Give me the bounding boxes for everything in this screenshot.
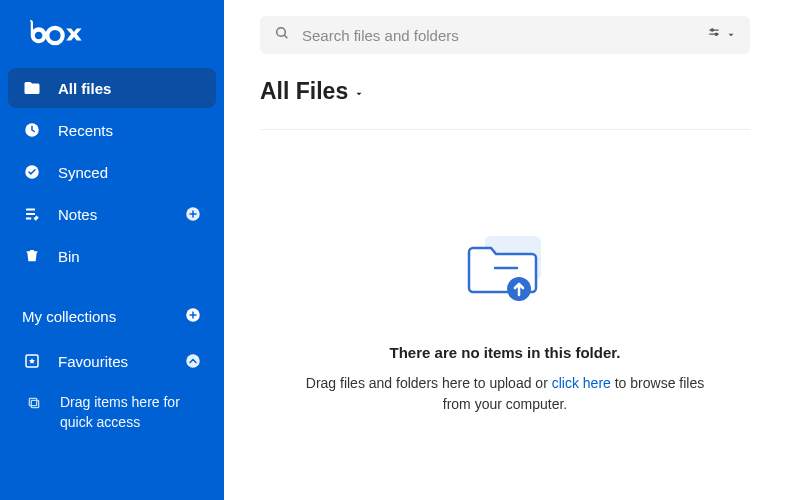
sidebar-item-recents[interactable]: Recents — [8, 110, 216, 150]
click-here-link[interactable]: click here — [552, 375, 611, 391]
sidebar-item-favourites[interactable]: Favourites — [8, 341, 216, 381]
svg-point-11 — [715, 33, 717, 35]
sliders-icon — [706, 26, 722, 44]
page-title[interactable]: All Files — [260, 78, 750, 129]
sidebar-item-label: Recents — [58, 122, 202, 139]
sidebar-item-synced[interactable]: Synced — [8, 152, 216, 192]
trash-icon — [22, 246, 42, 266]
main-content: All Files There are no items in this fol… — [224, 0, 786, 500]
notes-icon — [22, 204, 42, 224]
section-label: My collections — [22, 308, 184, 325]
chevron-down-icon — [726, 26, 736, 44]
empty-state: There are no items in this folder. Drag … — [260, 130, 750, 484]
page-title-text: All Files — [260, 78, 348, 105]
chevron-up-icon[interactable] — [184, 352, 202, 370]
svg-point-0 — [47, 28, 62, 43]
check-circle-icon — [22, 162, 42, 182]
sidebar-item-label: Favourites — [58, 353, 184, 370]
sidebar: All files Recents Synced Notes Bin My co… — [0, 0, 224, 500]
empty-subtext: Drag files and folders here to upload or… — [295, 373, 715, 415]
svg-point-10 — [711, 29, 713, 31]
folder-icon — [22, 78, 42, 98]
empty-pre-text: Drag files and folders here to upload or — [306, 375, 552, 391]
search-icon — [274, 25, 290, 45]
copy-icon — [26, 395, 44, 413]
plus-icon[interactable] — [184, 205, 202, 223]
sidebar-item-label: All files — [58, 80, 202, 97]
caret-down-icon — [354, 78, 364, 105]
my-collections-header[interactable]: My collections — [8, 296, 216, 337]
sidebar-item-label: Synced — [58, 164, 202, 181]
drag-hint-text: Drag items here for quick access — [60, 393, 202, 432]
empty-folder-upload-icon — [455, 230, 555, 314]
search-input[interactable] — [302, 27, 706, 44]
svg-point-6 — [186, 354, 200, 368]
svg-rect-8 — [29, 398, 36, 405]
sidebar-item-label: Notes — [58, 206, 184, 223]
svg-point-9 — [277, 28, 286, 37]
filter-button[interactable] — [706, 26, 736, 44]
sidebar-item-all-files[interactable]: All files — [8, 68, 216, 108]
search-bar[interactable] — [260, 16, 750, 54]
svg-rect-7 — [31, 400, 38, 407]
star-icon — [22, 351, 42, 371]
favourites-drag-hint: Drag items here for quick access — [8, 383, 216, 442]
empty-headline: There are no items in this folder. — [390, 344, 621, 361]
clock-icon — [22, 120, 42, 140]
sidebar-item-notes[interactable]: Notes — [8, 194, 216, 234]
sidebar-item-bin[interactable]: Bin — [8, 236, 216, 276]
brand-logo[interactable] — [8, 12, 216, 68]
sidebar-item-label: Bin — [58, 248, 202, 265]
plus-icon[interactable] — [184, 306, 202, 327]
